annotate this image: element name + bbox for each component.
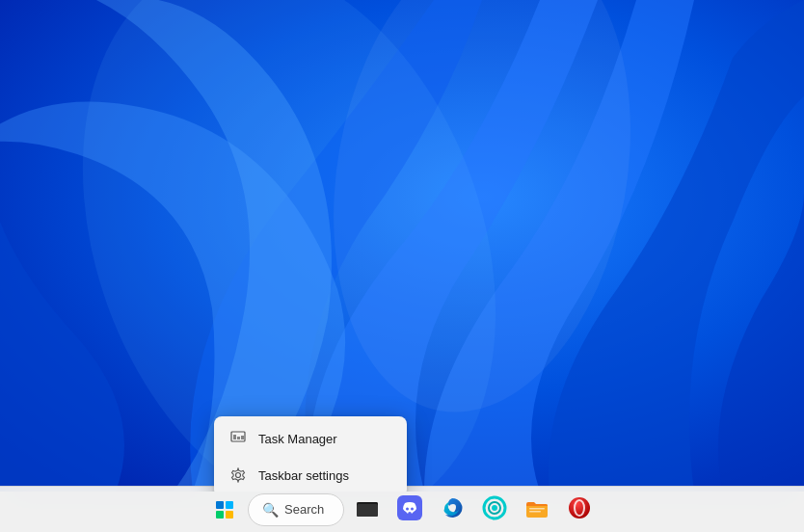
- edge-icon: [440, 495, 465, 524]
- svg-point-12: [411, 507, 414, 510]
- search-button[interactable]: 🔍 Search: [248, 493, 344, 526]
- opera-icon: [567, 495, 592, 524]
- opera-gx-icon: [482, 495, 507, 524]
- opera-button[interactable]: [560, 491, 599, 529]
- svg-rect-17: [529, 508, 545, 510]
- task-manager-label: Task Manager: [258, 432, 337, 446]
- svg-rect-5: [237, 437, 240, 439]
- settings-icon: [229, 466, 247, 484]
- taskbar: 🔍 Search: [0, 486, 804, 532]
- svg-rect-9: [357, 504, 378, 517]
- opera-gx-button[interactable]: [475, 491, 514, 529]
- taskbar-settings-menu-item[interactable]: Taskbar settings: [214, 457, 407, 492]
- context-menu: Task Manager Taskbar settings: [214, 416, 407, 492]
- discord-button[interactable]: [390, 491, 429, 529]
- svg-point-11: [406, 507, 409, 510]
- desktop: Task Manager Taskbar settings: [0, 0, 804, 492]
- file-explorer-icon: [355, 494, 380, 524]
- files-icon: [524, 495, 549, 524]
- windows-logo-icon: [216, 501, 233, 519]
- svg-rect-18: [529, 511, 541, 513]
- search-icon: 🔍: [262, 502, 279, 518]
- task-manager-icon: [229, 430, 247, 447]
- files-button[interactable]: [518, 491, 556, 529]
- svg-point-7: [236, 473, 241, 478]
- svg-rect-4: [233, 435, 236, 439]
- edge-button[interactable]: [433, 491, 471, 529]
- taskbar-center: 🔍 Search: [205, 491, 599, 529]
- svg-rect-6: [241, 436, 244, 439]
- discord-icon: [397, 495, 422, 524]
- svg-point-15: [492, 505, 497, 511]
- file-explorer-button[interactable]: [348, 491, 387, 529]
- task-manager-menu-item[interactable]: Task Manager: [214, 420, 407, 457]
- search-label: Search: [284, 502, 324, 517]
- taskbar-settings-label: Taskbar settings: [258, 468, 349, 483]
- start-button[interactable]: [205, 491, 244, 529]
